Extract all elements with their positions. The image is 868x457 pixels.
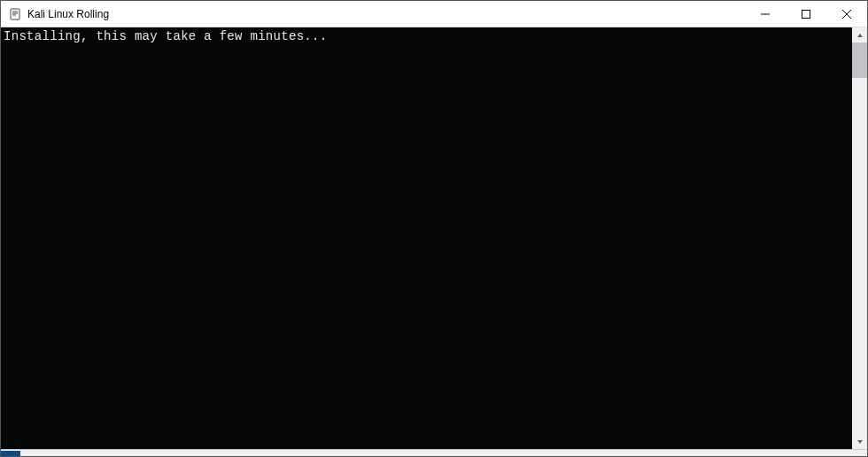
maximize-button[interactable] bbox=[786, 1, 826, 27]
scroll-up-button[interactable] bbox=[852, 27, 867, 43]
vertical-scrollbar[interactable] bbox=[852, 27, 867, 449]
window-controls bbox=[745, 1, 867, 27]
taskbar-accent bbox=[1, 451, 20, 456]
app-icon bbox=[8, 7, 22, 21]
close-button[interactable] bbox=[826, 1, 867, 27]
window-title: Kali Linux Rolling bbox=[27, 8, 109, 20]
terminal-line: Installing, this may take a few minutes.… bbox=[4, 29, 327, 43]
content-area: Installing, this may take a few minutes.… bbox=[1, 27, 867, 449]
svg-rect-5 bbox=[802, 10, 810, 18]
application-window: Kali Linux Rolling Installing, this bbox=[0, 0, 868, 457]
scrollbar-track[interactable] bbox=[852, 43, 867, 434]
bottom-bar bbox=[1, 449, 867, 456]
terminal-output[interactable]: Installing, this may take a few minutes.… bbox=[1, 27, 852, 449]
scroll-down-button[interactable] bbox=[852, 434, 867, 449]
svg-rect-0 bbox=[11, 9, 19, 19]
minimize-button[interactable] bbox=[745, 1, 786, 27]
titlebar[interactable]: Kali Linux Rolling bbox=[1, 1, 867, 27]
scrollbar-thumb[interactable] bbox=[852, 43, 867, 78]
